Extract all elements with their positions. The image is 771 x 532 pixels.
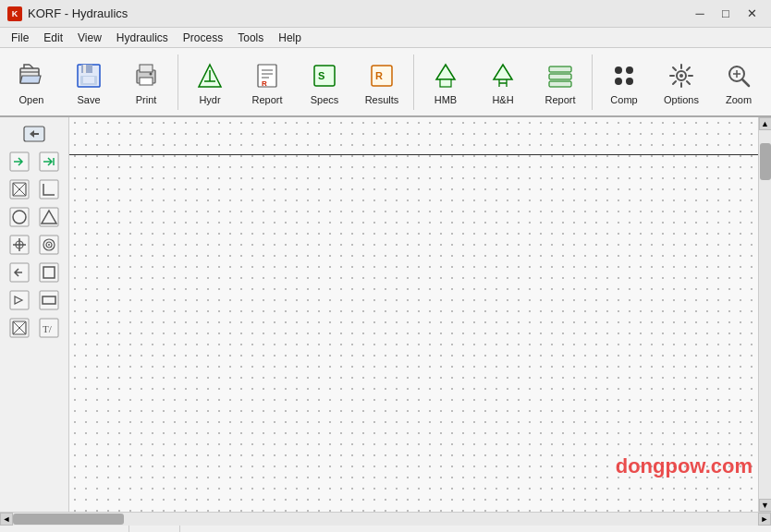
scroll-thumb[interactable] [760, 143, 771, 180]
tool-arrow-in[interactable] [6, 149, 33, 175]
report-icon: R [251, 59, 284, 92]
open-label: Open [19, 94, 44, 105]
scrollbar-right[interactable]: ▲ ▼ [758, 117, 771, 512]
svg-rect-7 [140, 65, 153, 72]
cursor-tool[interactable] [6, 121, 63, 147]
canvas-area: ▲ ▼ dongpow.com [69, 117, 771, 512]
left-row-5 [2, 260, 67, 285]
tool-square[interactable] [35, 260, 63, 285]
tool-plus[interactable] [6, 232, 33, 258]
zoom-button[interactable]: Zoom [711, 52, 766, 113]
options-label: Options [664, 94, 699, 105]
window-title: KORF - Hydraulics [28, 6, 128, 20]
tool-arrow-left[interactable] [6, 260, 33, 285]
svg-text:R: R [262, 79, 267, 88]
svg-rect-8 [140, 78, 153, 85]
menu-bar: File Edit View Hydraulics Process Tools … [0, 28, 771, 48]
left-row-0 [2, 121, 67, 147]
minimize-button[interactable]: ─ [688, 4, 712, 24]
menu-tools[interactable]: Tools [230, 30, 271, 46]
scroll-left-arrow[interactable]: ◄ [0, 513, 13, 526]
svg-rect-20 [549, 66, 571, 72]
svg-rect-40 [40, 180, 58, 199]
tool-triangle[interactable] [35, 204, 63, 230]
close-button[interactable]: ✕ [740, 4, 764, 24]
svg-rect-11 [258, 65, 276, 87]
menu-hydraulics[interactable]: Hydraulics [109, 30, 176, 46]
open-icon [15, 59, 48, 92]
scroll-bottom-thumb[interactable] [13, 514, 124, 525]
svg-rect-54 [40, 263, 58, 282]
status-metric: Metric [141, 526, 180, 532]
print-icon [129, 59, 163, 92]
scroll-right-arrow[interactable]: ► [758, 513, 771, 526]
separator-1 [177, 54, 178, 110]
comp-button[interactable]: Comp [596, 52, 652, 113]
canvas-line [69, 154, 771, 155]
menu-file[interactable]: File [4, 30, 36, 46]
tool-corner[interactable] [35, 176, 63, 202]
svg-rect-2 [81, 65, 92, 73]
menu-edit[interactable]: Edit [36, 30, 70, 46]
print-button[interactable]: Print [118, 52, 174, 113]
open-button[interactable]: Open [4, 52, 59, 113]
scroll-track [13, 513, 758, 526]
save-label: Save [77, 94, 100, 105]
tool-rect[interactable] [35, 287, 63, 313]
specs-icon: S [308, 59, 341, 92]
results-button[interactable]: R Results [354, 52, 410, 113]
hmb-button[interactable]: HMB [418, 52, 473, 113]
tool-bubble[interactable] [6, 287, 33, 313]
svg-rect-5 [83, 77, 94, 83]
specs-label: Specs [311, 94, 339, 105]
hnh-button[interactable]: H&H [475, 52, 531, 113]
specs-button[interactable]: S Specs [297, 52, 352, 113]
scroll-bottom[interactable]: ◄ ► [0, 512, 771, 525]
svg-rect-3 [83, 65, 86, 73]
svg-text:S: S [318, 70, 324, 81]
hmb-icon [429, 59, 462, 92]
status-bar: Specified/Required = 0/0 Metric Case [0, 525, 771, 532]
scroll-up-arrow[interactable]: ▲ [759, 117, 772, 130]
title-bar-left: K KORF - Hydraulics [7, 6, 128, 21]
svg-line-30 [742, 79, 749, 86]
title-bar: K KORF - Hydraulics ─ □ ✕ [0, 0, 771, 28]
main-area: T/ ▲ ▼ dongpow.com [0, 117, 771, 512]
report-button[interactable]: R Report [239, 52, 295, 113]
tool-target[interactable] [35, 232, 63, 258]
separator-2 [413, 54, 414, 110]
svg-rect-21 [549, 74, 571, 79]
options-button[interactable]: Options [654, 52, 709, 113]
tool-circle[interactable] [6, 204, 33, 230]
menu-process[interactable]: Process [176, 30, 230, 46]
report2-label: Report [545, 94, 575, 105]
separator-3 [592, 54, 593, 110]
tool-arrow-out[interactable] [35, 149, 63, 175]
svg-point-9 [150, 72, 153, 75]
toolbar: Open Save Print [0, 48, 771, 117]
tool-pipe[interactable] [6, 176, 33, 202]
hmb-label: HMB [434, 94, 457, 105]
save-icon [72, 59, 105, 92]
tool-text[interactable]: T/ [35, 315, 63, 341]
report2-button[interactable]: Report [532, 52, 588, 113]
hydr-button[interactable]: Hydr [182, 52, 238, 113]
print-label: Print [136, 94, 157, 105]
maximize-button[interactable]: □ [714, 4, 738, 24]
left-row-1 [2, 149, 67, 175]
window-controls: ─ □ ✕ [688, 4, 764, 24]
comp-label: Comp [610, 94, 637, 105]
save-button[interactable]: Save [61, 52, 116, 113]
svg-point-23 [615, 66, 622, 74]
dot-grid [69, 117, 771, 512]
svg-point-26 [626, 78, 633, 85]
menu-help[interactable]: Help [271, 30, 309, 46]
left-row-7: T/ [2, 315, 67, 341]
scroll-down-arrow[interactable]: ▼ [759, 499, 772, 512]
tool-cross[interactable] [6, 315, 33, 341]
options-icon [665, 59, 698, 92]
svg-point-24 [626, 66, 633, 74]
svg-rect-56 [10, 291, 29, 309]
menu-view[interactable]: View [70, 30, 109, 46]
svg-point-52 [48, 244, 50, 246]
